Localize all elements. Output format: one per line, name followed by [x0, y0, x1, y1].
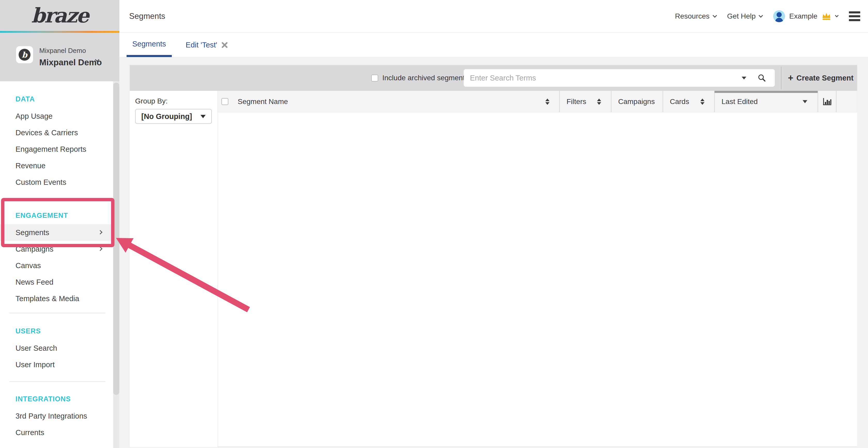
sidebar-item-user-import[interactable]: User Import — [0, 356, 113, 373]
sidebar-item-news-feed[interactable]: News Feed — [0, 274, 113, 290]
bar-chart-icon — [823, 98, 832, 106]
sort-arrows-icon[interactable] — [545, 99, 550, 105]
table-body — [218, 112, 857, 447]
sidebar-item-label: Currents — [16, 428, 44, 437]
user-account-menu[interactable]: Example — [773, 10, 838, 22]
sidebar-item-label: News Feed — [16, 278, 54, 286]
sidebar-item-user-search[interactable]: User Search — [0, 340, 113, 356]
header-main: Segments Resources Get Help Example — [119, 0, 868, 33]
include-archived-checkbox[interactable] — [371, 75, 378, 81]
dropdown-caret-icon — [200, 115, 206, 118]
top-header: braze Segments Resources Get Help — [0, 0, 868, 33]
column-header-segment-name[interactable]: Segment Name — [218, 91, 559, 112]
plus-icon: + — [788, 73, 793, 82]
create-segment-button[interactable]: + Create Segment — [786, 65, 856, 91]
sidebar-item-devices-carriers[interactable]: Devices & Carriers — [0, 125, 113, 141]
sidebar-item-custom-events[interactable]: Custom Events — [0, 174, 113, 191]
page-title: Segments — [129, 12, 165, 21]
column-header-label: Last Edited — [721, 98, 758, 106]
braze-logo: braze — [0, 4, 119, 27]
sidebar-divider — [9, 313, 105, 313]
sidebar-item-label: Campaigns — [16, 245, 54, 253]
column-header-last-edited[interactable]: Last Edited — [714, 91, 817, 112]
toolbar-divider — [781, 67, 781, 89]
sidebar-section-title-data: DATA — [0, 90, 113, 108]
braze-app-window: braze Segments Resources Get Help — [0, 0, 868, 448]
tab-bar: Segments Edit 'Test' — [119, 33, 868, 57]
sidebar-item-label: Templates & Media — [16, 295, 79, 303]
column-header-campaigns: Campaigns — [611, 91, 663, 112]
user-name: Example — [789, 12, 817, 21]
column-header-empty — [836, 91, 857, 112]
hamburger-menu-icon[interactable] — [849, 11, 860, 21]
sidebar-item-label: User Search — [16, 344, 57, 352]
avatar-head — [777, 12, 782, 17]
group-by-label: Group By: — [135, 97, 168, 105]
sidebar-item-label: Revenue — [16, 162, 45, 170]
sidebar-scrollbar-track — [113, 81, 119, 448]
sidebar-item-label: App Usage — [16, 112, 53, 120]
main-content: Segments Edit 'Test' Include archived se… — [119, 33, 868, 448]
sidebar-item-3rd-party-integrations[interactable]: 3rd Party Integrations — [0, 408, 113, 424]
gradient-divider — [0, 31, 119, 33]
sidebar-section-title-engagement: ENGAGEMENT — [0, 207, 113, 224]
sidebar-item-campaigns[interactable]: Campaigns — [0, 241, 113, 257]
sidebar-item-label: Custom Events — [16, 178, 66, 186]
tab-edit-test-label: Edit 'Test' — [186, 41, 217, 49]
sidebar-item-app-usage[interactable]: App Usage — [0, 108, 113, 125]
avatar — [773, 10, 785, 22]
sidebar-section-title-integrations: INTEGRATIONS — [0, 390, 113, 408]
sidebar-nav: DATAApp UsageDevices & CarriersEngagemen… — [0, 90, 113, 441]
column-header-analytics[interactable] — [817, 91, 836, 112]
search-input[interactable] — [464, 69, 742, 87]
search-box — [464, 69, 775, 87]
column-header-filters[interactable]: Filters — [559, 91, 611, 112]
close-icon[interactable] — [221, 42, 228, 48]
tab-edit-test[interactable]: Edit 'Test' — [180, 33, 234, 57]
sidebar-scrollbar-thumb[interactable] — [113, 82, 119, 395]
sidebar: b Mixpanel Demo Mixpanel Demo DATAApp Us… — [0, 33, 119, 448]
sidebar-item-label: Devices & Carriers — [16, 129, 78, 137]
sidebar-item-label: User Import — [16, 360, 55, 369]
column-header-cards[interactable]: Cards — [663, 91, 714, 112]
create-segment-label: Create Segment — [797, 74, 854, 82]
chevron-down-icon — [759, 13, 763, 18]
include-archived-control: Include archived segments — [371, 65, 468, 91]
sidebar-item-revenue[interactable]: Revenue — [0, 158, 113, 174]
column-header-label: Filters — [566, 98, 586, 106]
sidebar-item-label: Canvas — [16, 262, 41, 270]
tab-segments-label: Segments — [132, 40, 166, 48]
chevron-down-icon — [835, 14, 839, 17]
column-header-label: Segment Name — [238, 98, 288, 106]
sidebar-divider — [9, 381, 105, 382]
sort-arrows-icon[interactable] — [700, 99, 705, 105]
search-dropdown-caret-icon[interactable] — [742, 77, 746, 79]
group-by-select[interactable]: [No Grouping] — [135, 109, 212, 124]
resources-menu[interactable]: Resources — [675, 12, 716, 21]
sidebar-item-label: Engagement Reports — [16, 145, 86, 153]
avatar-body — [775, 18, 783, 22]
sort-arrows-icon[interactable] — [597, 99, 601, 105]
select-all-checkbox[interactable] — [221, 98, 228, 105]
workspace-icon: b — [16, 46, 33, 63]
workspace-switcher[interactable]: b Mixpanel Demo Mixpanel Demo — [0, 33, 119, 81]
resources-label: Resources — [675, 12, 710, 21]
workspace-name-small: Mixpanel Demo — [39, 47, 86, 55]
chevron-right-icon — [98, 230, 102, 235]
group-by-value: [No Grouping] — [135, 112, 200, 121]
sort-descending-icon[interactable] — [803, 100, 807, 103]
sidebar-item-templates-media[interactable]: Templates & Media — [0, 290, 113, 307]
workspace-icon-letter: b — [19, 49, 30, 61]
get-help-menu[interactable]: Get Help — [727, 12, 763, 21]
segments-table: Segment NameFiltersCampaignsCardsLast Ed… — [218, 91, 857, 447]
sidebar-item-currents[interactable]: Currents — [0, 424, 113, 441]
sidebar-item-canvas[interactable]: Canvas — [0, 257, 113, 274]
table-header-row: Segment NameFiltersCampaignsCardsLast Ed… — [218, 91, 857, 112]
brand-block: braze — [0, 0, 119, 33]
sidebar-item-segments[interactable]: Segments — [0, 224, 113, 241]
tab-segments[interactable]: Segments — [127, 33, 172, 57]
search-icon[interactable] — [758, 74, 766, 82]
group-by-panel: Group By: [No Grouping] — [130, 91, 218, 447]
sidebar-item-engagement-reports[interactable]: Engagement Reports — [0, 141, 113, 158]
crown-icon — [822, 12, 831, 21]
